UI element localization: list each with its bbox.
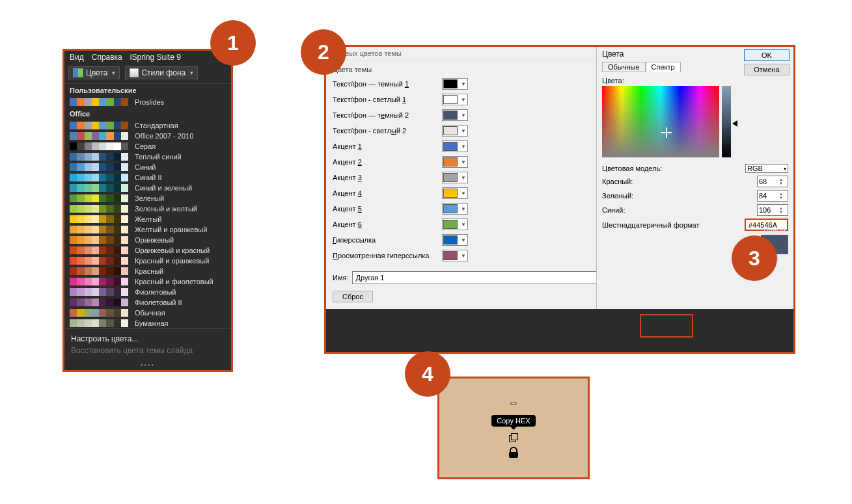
slot-label: Текст/фон — темный 1	[333, 80, 437, 88]
theme-row[interactable]: Обычная	[64, 308, 231, 318]
theme-label: Office 2007 - 2010	[135, 132, 193, 140]
badge-3: 3	[732, 235, 777, 281]
slot-label: Акцент 2	[333, 158, 437, 166]
color-chip	[443, 95, 458, 104]
color-picker-button[interactable]: ▼	[442, 156, 468, 168]
theme-row[interactable]: Теплый синий	[64, 152, 231, 162]
color-gradient[interactable]	[602, 86, 719, 157]
theme-label: Синий II	[135, 174, 162, 181]
color-picker-button[interactable]: ▼	[442, 94, 468, 105]
color-picker-button[interactable]: ▼	[442, 234, 468, 246]
theme-row[interactable]: Красный и оранжевый	[64, 256, 231, 266]
color-picker-button[interactable]: ▼	[442, 78, 468, 90]
lock-icon[interactable]	[509, 449, 518, 458]
theme-row[interactable]: Зеленый и желтый	[64, 204, 231, 214]
tab-spectrum[interactable]: Спектр	[646, 62, 681, 72]
copy-icon[interactable]	[509, 433, 518, 442]
theme-row[interactable]: Оранжевый и красный	[64, 245, 231, 256]
theme-row[interactable]: Серая	[64, 141, 231, 152]
theme-row[interactable]: Office 2007 - 2010	[64, 131, 231, 141]
swatch-strip	[70, 142, 128, 150]
color-model-select[interactable]: RGB ▾	[745, 164, 788, 173]
color-chip	[443, 204, 458, 213]
color-picker-button[interactable]: ▼	[442, 250, 468, 261]
theme-row[interactable]: Фиолетовый	[64, 287, 231, 297]
menu-view[interactable]: Вид	[70, 53, 84, 62]
theme-row[interactable]: Синий	[64, 162, 231, 172]
swatch-strip	[70, 278, 128, 285]
color-picker-button[interactable]: ▼	[442, 219, 468, 230]
copy-hex-panel: ⇔ Copy HEX	[437, 377, 590, 479]
menu-help[interactable]: Справка	[92, 53, 122, 62]
reset-button[interactable]: Сброс	[333, 291, 373, 302]
theme-row[interactable]: Синий II	[64, 172, 231, 183]
swatch-strip	[70, 98, 128, 106]
color-picker-button[interactable]: ▼	[442, 187, 468, 199]
theme-row[interactable]: Стандартная	[64, 120, 231, 131]
swatch-strip	[70, 153, 128, 161]
resize-handle-icon[interactable]: ⇔	[510, 398, 517, 408]
slot-label: Текст/фон — темный 2	[333, 111, 437, 119]
luminance-bar[interactable]	[722, 86, 731, 157]
red-input[interactable]	[758, 178, 778, 185]
theme-label: Обычная	[135, 309, 165, 317]
theme-row[interactable]: Желтый	[64, 214, 231, 224]
theme-label: Бумажная	[135, 319, 169, 327]
color-chip	[443, 189, 458, 198]
theme-row[interactable]: Бумажная	[64, 318, 231, 328]
palette-icon	[73, 68, 83, 77]
color-picker-button[interactable]: ▼	[442, 140, 468, 152]
theme-row[interactable]: Красный и фиолетовый	[64, 276, 231, 287]
bg-styles-button[interactable]: Стили фона	[125, 66, 198, 79]
group-user-header: Пользовательские	[64, 84, 231, 97]
color-chip	[443, 142, 458, 151]
theme-row[interactable]: Синий и зеленый	[64, 183, 231, 193]
red-stepper[interactable]: ▲▼	[757, 176, 788, 187]
color-model-label: Цветовая модель:	[602, 165, 662, 172]
theme-row[interactable]: Зеленый	[64, 193, 231, 204]
color-picker-button[interactable]: ▼	[442, 125, 468, 137]
theme-label: Зеленый и желтый	[135, 205, 197, 213]
color-picker-button[interactable]: ▼	[442, 109, 468, 121]
theme-row[interactable]: Оранжевый	[64, 235, 231, 245]
theme-row[interactable]: Proslides	[64, 97, 231, 107]
colors-button[interactable]: Цвета	[68, 66, 120, 79]
swatch-strip	[70, 215, 128, 223]
luminance-arrow-icon[interactable]	[732, 120, 737, 127]
theme-row[interactable]: Желтый и оранжевый	[64, 224, 231, 235]
color-chip	[443, 157, 458, 166]
color-picker-button[interactable]: ▼	[442, 203, 468, 215]
colors-button-label: Цвета	[86, 68, 107, 77]
name-label: Имя:	[333, 274, 348, 282]
swatch-strip	[70, 194, 128, 202]
customize-colors-link[interactable]: Настроить цвета...	[71, 333, 225, 345]
blue-stepper[interactable]: ▲▼	[757, 204, 788, 216]
theme-row[interactable]: Фиолетовый II	[64, 297, 231, 308]
blue-label: Синий:	[602, 206, 625, 214]
theme-label: Фиолетовый	[135, 288, 176, 296]
swatch-strip	[70, 246, 128, 254]
slot-label: Акцент 1	[333, 142, 437, 150]
resize-grip[interactable]: ••••	[64, 360, 231, 370]
green-stepper[interactable]: ▲▼	[757, 190, 788, 202]
color-picker-button[interactable]: ▼	[442, 172, 468, 183]
badge-1: 1	[210, 20, 256, 66]
theme-label: Желтый и оранжевый	[135, 226, 207, 233]
swatch-strip	[70, 288, 128, 296]
menu-ispring[interactable]: iSpring Suite 9	[130, 53, 181, 62]
slot-label: Акцент 6	[333, 220, 437, 228]
swatch-strip	[70, 163, 128, 171]
cancel-button[interactable]: Отмена	[744, 64, 790, 75]
theme-row[interactable]: Красный	[64, 266, 231, 276]
swatch-strip	[70, 309, 128, 317]
badge-2: 2	[301, 29, 346, 75]
gradient-cursor-icon[interactable]	[663, 129, 670, 136]
green-input[interactable]	[758, 192, 778, 200]
tab-standard[interactable]: Обычные	[602, 62, 646, 72]
new-label: Новый	[761, 227, 788, 235]
red-label: Красный:	[602, 178, 633, 185]
theme-label: Оранжевый и красный	[135, 246, 210, 254]
blue-input[interactable]	[758, 206, 778, 214]
ok-button[interactable]: OK	[744, 49, 790, 61]
swatch-strip	[70, 226, 128, 233]
